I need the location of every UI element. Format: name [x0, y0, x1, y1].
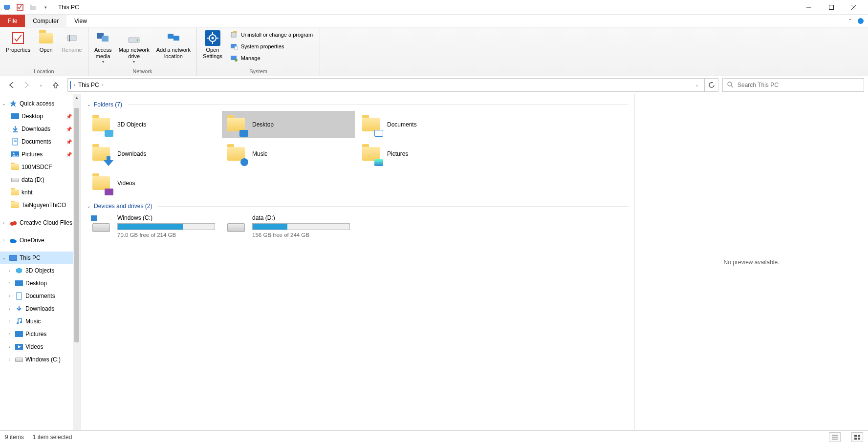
folder-item[interactable]: Documents — [357, 111, 490, 138]
items-area[interactable]: ⌄ Folders (7) 3D Objects Desktop Documen… — [81, 94, 634, 430]
folder-item[interactable]: Downloads — [87, 140, 220, 168]
add-network-location-button[interactable]: Add a network location — [153, 29, 194, 61]
drive-item[interactable]: data (D:) 156 GB free of 244 GB — [222, 212, 355, 240]
chevron-right-icon[interactable]: › — [7, 357, 13, 362]
help-button[interactable] — [855, 15, 866, 27]
manage-button[interactable]: Manage — [228, 53, 315, 63]
search-box[interactable] — [722, 78, 864, 92]
folder-icon — [91, 114, 111, 135]
folder-item[interactable]: Desktop — [222, 111, 355, 138]
rename-button[interactable]: Rename — [59, 29, 85, 54]
scrollbar-thumb[interactable] — [74, 108, 79, 342]
breadcrumb-chevron-icon[interactable]: › — [74, 83, 75, 87]
chevron-right-icon[interactable]: › — [7, 344, 13, 349]
folder-item[interactable]: Videos — [87, 169, 220, 197]
close-button[interactable] — [843, 0, 865, 15]
tree-item[interactable]: knht — [0, 186, 81, 199]
tree-item-icon — [15, 292, 23, 300]
tree-creative-cloud-label: Creative Cloud Files — [20, 219, 72, 226]
tree-item[interactable]: Downloads 📌 — [0, 123, 81, 135]
uninstall-program-button[interactable]: Uninstall or change a program — [228, 29, 315, 40]
tree-item[interactable]: Desktop 📌 — [0, 110, 81, 123]
refresh-button[interactable] — [705, 78, 718, 92]
breadcrumb-location[interactable]: This PC — [78, 82, 99, 88]
tree-this-pc[interactable]: ⌄ This PC — [0, 252, 81, 264]
tree-item[interactable]: › Pictures — [0, 328, 81, 340]
chevron-right-icon[interactable]: › — [7, 281, 13, 286]
open-settings-button[interactable]: Open Settings — [200, 29, 225, 61]
tree-item[interactable]: › Downloads — [0, 302, 81, 315]
system-properties-button[interactable]: System properties — [228, 41, 315, 52]
chevron-right-icon[interactable]: › — [7, 306, 13, 311]
tree-item[interactable]: › Windows (C:) — [0, 353, 81, 366]
tree-item[interactable]: › 3D Objects — [0, 264, 81, 277]
minimize-button[interactable] — [798, 0, 820, 15]
search-input[interactable] — [738, 82, 860, 88]
breadcrumb-chevron-icon[interactable]: › — [102, 83, 104, 87]
tree-creative-cloud[interactable]: › Creative Cloud Files — [0, 216, 81, 229]
svg-rect-35 — [11, 113, 19, 119]
up-button[interactable] — [51, 80, 61, 90]
qat-dropdown-icon[interactable]: ▾ — [41, 3, 50, 12]
view-large-icons-button[interactable] — [851, 432, 863, 442]
drive-item[interactable]: Windows (C:) 70.0 GB free of 214 GB — [87, 212, 220, 240]
uninstall-label: Uninstall or change a program — [241, 32, 313, 38]
address-bar[interactable]: › This PC › ⌄ — [67, 78, 705, 92]
qat-newfolder-icon[interactable] — [28, 3, 37, 12]
tree-item-icon — [11, 137, 20, 146]
svg-point-16 — [137, 40, 138, 41]
tree-item[interactable]: Pictures 📌 — [0, 148, 81, 161]
map-network-drive-button[interactable]: Map network drive ▾ — [116, 29, 152, 65]
drive-usage-bar — [117, 223, 215, 230]
folder-item[interactable]: 3D Objects — [87, 111, 220, 138]
open-button[interactable]: Open — [34, 29, 58, 54]
tree-item[interactable]: Documents 📌 — [0, 135, 81, 148]
tree-onedrive[interactable]: › OneDrive — [0, 234, 81, 247]
map-drive-icon — [126, 30, 142, 46]
group-header-drives[interactable]: ⌄ Devices and drives (2) — [87, 203, 629, 210]
chevron-down-icon[interactable]: ⌄ — [1, 101, 7, 106]
address-history-dropdown[interactable]: ⌄ — [692, 83, 702, 87]
tree-item[interactable]: TaiNguyenThiCO — [0, 199, 81, 211]
chevron-right-icon[interactable]: › — [1, 220, 7, 225]
folder-item[interactable]: Pictures — [357, 140, 490, 168]
chevron-right-icon[interactable]: › — [1, 238, 7, 243]
chevron-down-icon[interactable]: ⌄ — [1, 255, 7, 260]
svg-point-50 — [20, 321, 22, 323]
chevron-right-icon[interactable]: › — [7, 268, 13, 273]
creative-cloud-icon — [9, 218, 18, 227]
qat-properties-icon[interactable] — [16, 3, 24, 12]
tree-item-label: TaiNguyenThiCO — [22, 202, 66, 209]
view-details-button[interactable] — [829, 432, 841, 442]
chevron-right-icon[interactable]: › — [7, 319, 13, 324]
minimize-ribbon-button[interactable]: ⌃ — [845, 15, 855, 27]
drive-name: data (D:) — [252, 214, 351, 221]
chevron-right-icon[interactable]: › — [7, 332, 13, 337]
recent-locations-button[interactable]: ⌄ — [36, 80, 46, 90]
chevron-right-icon[interactable]: › — [7, 294, 13, 298]
tree-item[interactable]: › Documents — [0, 290, 81, 302]
back-button[interactable] — [7, 80, 17, 90]
properties-button[interactable]: Properties — [3, 29, 33, 54]
tree-item[interactable]: data (D:) — [0, 173, 81, 186]
folder-label: Documents — [387, 121, 417, 128]
scroll-up-arrow-icon[interactable]: ▲ — [75, 94, 79, 101]
tree-item-label: Music — [25, 318, 41, 325]
group-header-folders[interactable]: ⌄ Folders (7) — [87, 101, 629, 108]
navpane-scrollbar[interactable]: ▲ — [73, 94, 81, 430]
forward-button[interactable] — [22, 80, 31, 90]
folder-item[interactable]: Music — [222, 140, 355, 168]
access-media-button[interactable]: Access media ▾ — [91, 29, 115, 65]
tree-quick-access[interactable]: ⌄ Quick access — [0, 97, 81, 110]
tab-computer[interactable]: Computer — [25, 15, 66, 27]
maximize-button[interactable] — [820, 0, 843, 15]
tree-item[interactable]: › Desktop — [0, 277, 81, 290]
tree-item[interactable]: 100MSDCF — [0, 161, 81, 173]
quick-access-toolbar: ▾ — [3, 3, 50, 12]
tab-view[interactable]: View — [66, 15, 95, 27]
tab-file[interactable]: File — [0, 15, 25, 27]
svg-rect-11 — [67, 36, 76, 41]
chevron-down-icon: ⌄ — [87, 204, 91, 209]
tree-item[interactable]: › Videos — [0, 340, 81, 353]
tree-item[interactable]: › Music — [0, 315, 81, 328]
